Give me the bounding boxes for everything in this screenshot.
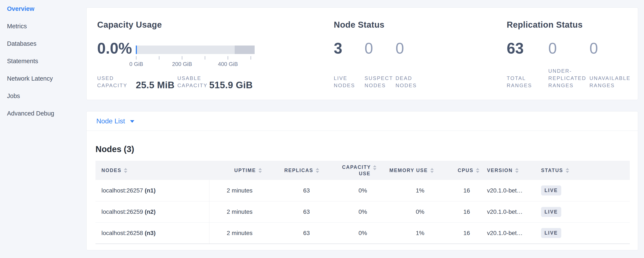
cluster-summary-card: Capacity Usage 0.0% 0 GiB 200 GiB 400 Gi… <box>86 8 638 100</box>
cpus-cell: 16 <box>436 201 482 222</box>
replicas-cell: 63 <box>264 201 322 222</box>
node-id: (n2) <box>145 208 156 215</box>
gauge-tick <box>250 56 251 60</box>
table-row[interactable]: localhost:26259 (n2) 2 minutes 63 0% 0% … <box>96 201 630 222</box>
under-replicated-ranges-label: UNDER- REPLICATED RANGES <box>548 67 586 89</box>
column-label: REPLICAS <box>284 168 313 173</box>
node-address: localhost:26257 <box>102 187 143 194</box>
version-cell: v20.1.0-bet… <box>482 201 536 222</box>
node-list-dropdown-label: Node List <box>96 117 125 125</box>
table-row[interactable]: localhost:26257 (n1) 2 minutes 63 0% 1% … <box>96 180 630 201</box>
capacity-use-cell: 0% <box>322 201 379 222</box>
node-status-title: Node Status <box>334 20 384 30</box>
node-id: (n1) <box>145 187 156 194</box>
node-address: localhost:26258 <box>102 230 143 236</box>
sidebar-item-advanced-debug[interactable]: Advanced Debug <box>0 105 86 122</box>
column-label: VERSION <box>487 168 513 173</box>
cpus-cell: 16 <box>436 180 482 201</box>
sort-icon <box>430 168 434 173</box>
sidebar-item-databases[interactable]: Databases <box>0 35 86 52</box>
column-header-memory-use[interactable]: MEMORY USE <box>379 161 436 180</box>
sidebar-item-network-latency[interactable]: Network Latency <box>0 70 86 87</box>
capacity-gauge-dark-segment <box>235 46 255 54</box>
used-capacity-value: 25.5 MiB <box>136 80 175 90</box>
cpus-cell: 16 <box>436 222 482 244</box>
node-list-dropdown[interactable]: Node List <box>96 117 134 125</box>
node-id: (n3) <box>145 230 156 236</box>
sidebar-item-metrics[interactable]: Metrics <box>0 18 86 35</box>
total-ranges-label: TOTAL RANGES <box>507 75 532 89</box>
suspect-nodes-label: SUSPECT NODES <box>364 75 393 89</box>
status-cell: LIVE <box>536 222 630 244</box>
uptime-cell: 2 minutes <box>209 222 264 244</box>
gauge-tick <box>228 56 228 60</box>
node-address-cell[interactable]: localhost:26259 (n2) <box>96 201 209 222</box>
sort-icon <box>566 168 569 173</box>
capacity-use-cell: 0% <box>322 180 379 201</box>
column-label: UPTIME <box>234 168 256 173</box>
column-label: CPUS <box>458 168 474 173</box>
replicas-cell: 63 <box>264 222 322 244</box>
column-header-nodes[interactable]: NODES <box>96 161 209 180</box>
sidebar-item-jobs[interactable]: Jobs <box>0 87 86 105</box>
status-badge: LIVE <box>541 207 561 217</box>
uptime-cell: 2 minutes <box>209 201 264 222</box>
sort-icon <box>124 168 127 173</box>
capacity-usage-title: Capacity Usage <box>97 20 162 30</box>
column-label: NODES <box>102 168 121 173</box>
node-address-cell[interactable]: localhost:26258 (n3) <box>96 222 209 244</box>
gauge-tick-label: 0 GiB <box>129 61 143 67</box>
usable-capacity-value: 515.9 GiB <box>209 80 253 90</box>
node-address-cell[interactable]: localhost:26257 (n1) <box>96 180 209 201</box>
gauge-tick <box>205 56 205 60</box>
sort-icon <box>258 168 262 173</box>
gauge-tick <box>159 56 159 60</box>
node-address: localhost:26259 <box>102 208 143 215</box>
gauge-tick-label: 200 GiB <box>172 61 192 67</box>
gauge-tick-label: 400 GiB <box>218 61 238 67</box>
status-cell: LIVE <box>536 180 630 201</box>
live-nodes-count: 3 <box>334 40 342 57</box>
column-header-capacity-use[interactable]: CAPACITY USE <box>322 161 379 180</box>
used-capacity-label: USED CAPACITY <box>97 75 127 89</box>
sort-icon <box>476 168 479 173</box>
memory-use-cell: 0% <box>379 201 436 222</box>
node-list-card: Node List Nodes (3) NODES UPTIME <box>86 111 638 250</box>
table-row[interactable]: localhost:26258 (n3) 2 minutes 63 0% 1% … <box>96 222 630 244</box>
dead-nodes-count: 0 <box>396 40 404 57</box>
nodes-section-title: Nodes (3) <box>96 145 638 154</box>
column-label: STATUS <box>541 168 563 173</box>
main-content: Capacity Usage 0.0% 0 GiB 200 GiB 400 Gi… <box>86 0 638 258</box>
memory-use-cell: 1% <box>379 222 436 244</box>
column-label: CAPACITY USE <box>342 164 370 177</box>
column-header-uptime[interactable]: UPTIME <box>209 161 264 180</box>
view-selector-bar: Node List <box>86 111 638 131</box>
capacity-use-cell: 0% <box>322 222 379 244</box>
suspect-nodes-count: 0 <box>364 40 373 57</box>
capacity-gauge <box>136 46 255 54</box>
usable-capacity-label: USABLE CAPACITY <box>178 75 208 89</box>
nodes-table-header-row: NODES UPTIME REPLICAS CAPACITY USE MEMOR… <box>96 161 630 180</box>
sort-icon <box>515 168 518 173</box>
live-nodes-label: LIVE NODES <box>334 75 355 89</box>
sidebar-item-overview[interactable]: Overview <box>0 0 86 18</box>
sort-icon <box>373 165 376 170</box>
column-label: MEMORY USE <box>389 168 428 173</box>
unavailable-ranges-label: UNAVAILABLE RANGES <box>590 75 631 89</box>
column-header-replicas[interactable]: REPLICAS <box>264 161 322 180</box>
status-badge: LIVE <box>541 228 561 238</box>
status-badge: LIVE <box>541 185 561 195</box>
capacity-gauge-used-marker <box>136 46 137 54</box>
dead-nodes-label: DEAD NODES <box>396 75 417 89</box>
column-header-cpus[interactable]: CPUS <box>436 161 482 180</box>
capacity-used-percent: 0.0% <box>97 40 132 57</box>
memory-use-cell: 1% <box>379 180 436 201</box>
uptime-cell: 2 minutes <box>209 180 264 201</box>
column-header-status[interactable]: STATUS <box>536 161 630 180</box>
status-cell: LIVE <box>536 201 630 222</box>
column-header-version[interactable]: VERSION <box>482 161 536 180</box>
chevron-down-icon <box>130 120 134 123</box>
sidebar-item-statements[interactable]: Statements <box>0 52 86 70</box>
gauge-tick <box>182 56 182 60</box>
sidebar: Overview Metrics Databases Statements Ne… <box>0 0 86 258</box>
